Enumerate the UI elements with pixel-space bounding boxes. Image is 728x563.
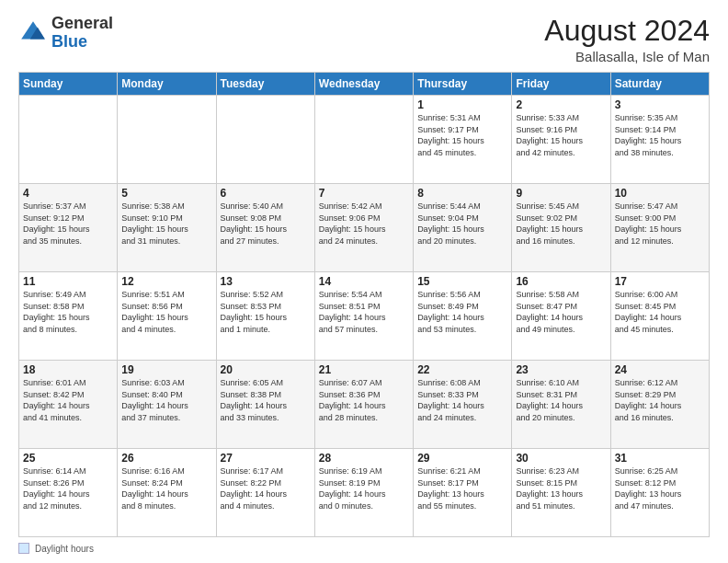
day-number: 11 (23, 275, 113, 288)
day-info: Sunrise: 6:05 AM Sunset: 8:38 PM Dayligh… (221, 377, 311, 423)
daylight-legend-label: Daylight hours (35, 544, 94, 554)
day-info: Sunrise: 6:08 AM Sunset: 8:33 PM Dayligh… (417, 377, 507, 423)
table-row: 3Sunrise: 5:35 AM Sunset: 9:14 PM Daylig… (610, 96, 709, 184)
daylight-legend-box (18, 543, 29, 554)
day-number: 19 (121, 363, 211, 376)
logo: General Blue (18, 15, 113, 52)
day-info: Sunrise: 5:56 AM Sunset: 8:49 PM Dayligh… (417, 289, 507, 335)
table-row: 6Sunrise: 5:40 AM Sunset: 9:08 PM Daylig… (216, 184, 314, 272)
location: Ballasalla, Isle of Man (544, 49, 710, 64)
day-number: 17 (615, 275, 705, 288)
table-row: 7Sunrise: 5:42 AM Sunset: 9:06 PM Daylig… (314, 184, 413, 272)
table-row: 14Sunrise: 5:54 AM Sunset: 8:51 PM Dayli… (314, 272, 413, 361)
table-row: 16Sunrise: 5:58 AM Sunset: 8:47 PM Dayli… (512, 272, 610, 361)
table-row: 20Sunrise: 6:05 AM Sunset: 8:38 PM Dayli… (216, 361, 314, 449)
page: General Blue August 2024 Ballasalla, Isl… (0, 0, 728, 563)
col-tuesday: Tuesday (216, 73, 314, 96)
day-number: 15 (417, 275, 507, 288)
table-row: 23Sunrise: 6:10 AM Sunset: 8:31 PM Dayli… (512, 361, 610, 449)
table-row: 29Sunrise: 6:21 AM Sunset: 8:17 PM Dayli… (414, 449, 512, 537)
day-number: 14 (319, 275, 409, 288)
table-row: 31Sunrise: 6:25 AM Sunset: 8:12 PM Dayli… (610, 449, 709, 537)
day-info: Sunrise: 5:52 AM Sunset: 8:53 PM Dayligh… (221, 289, 311, 335)
day-info: Sunrise: 5:31 AM Sunset: 9:17 PM Dayligh… (417, 112, 507, 158)
day-info: Sunrise: 5:35 AM Sunset: 9:14 PM Dayligh… (615, 112, 705, 158)
month-year: August 2024 (544, 15, 710, 47)
day-info: Sunrise: 6:14 AM Sunset: 8:26 PM Dayligh… (23, 465, 113, 511)
col-thursday: Thursday (414, 73, 512, 96)
table-row (314, 96, 413, 184)
table-row: 30Sunrise: 6:23 AM Sunset: 8:15 PM Dayli… (512, 449, 610, 537)
table-row: 26Sunrise: 6:16 AM Sunset: 8:24 PM Dayli… (118, 449, 216, 537)
day-info: Sunrise: 5:58 AM Sunset: 8:47 PM Dayligh… (516, 289, 606, 335)
table-row: 12Sunrise: 5:51 AM Sunset: 8:56 PM Dayli… (118, 272, 216, 361)
day-number: 10 (615, 187, 705, 200)
table-row: 10Sunrise: 5:47 AM Sunset: 9:00 PM Dayli… (610, 184, 709, 272)
col-sunday: Sunday (19, 73, 118, 96)
day-info: Sunrise: 6:23 AM Sunset: 8:15 PM Dayligh… (516, 465, 606, 511)
day-number: 5 (121, 187, 211, 200)
day-info: Sunrise: 5:47 AM Sunset: 9:00 PM Dayligh… (615, 201, 705, 247)
calendar-header-row: Sunday Monday Tuesday Wednesday Thursday… (19, 73, 710, 96)
day-info: Sunrise: 6:21 AM Sunset: 8:17 PM Dayligh… (417, 465, 507, 511)
table-row: 19Sunrise: 6:03 AM Sunset: 8:40 PM Dayli… (118, 361, 216, 449)
day-number: 23 (516, 363, 606, 376)
day-info: Sunrise: 5:40 AM Sunset: 9:08 PM Dayligh… (221, 201, 311, 247)
day-info: Sunrise: 5:49 AM Sunset: 8:58 PM Dayligh… (23, 289, 113, 335)
day-info: Sunrise: 6:00 AM Sunset: 8:45 PM Dayligh… (615, 289, 705, 335)
day-info: Sunrise: 6:19 AM Sunset: 8:19 PM Dayligh… (319, 465, 409, 511)
day-number: 16 (516, 275, 606, 288)
table-row: 17Sunrise: 6:00 AM Sunset: 8:45 PM Dayli… (610, 272, 709, 361)
table-row: 22Sunrise: 6:08 AM Sunset: 8:33 PM Dayli… (414, 361, 512, 449)
table-row: 24Sunrise: 6:12 AM Sunset: 8:29 PM Dayli… (610, 361, 709, 449)
day-info: Sunrise: 5:54 AM Sunset: 8:51 PM Dayligh… (319, 289, 409, 335)
table-row: 5Sunrise: 5:38 AM Sunset: 9:10 PM Daylig… (118, 184, 216, 272)
day-info: Sunrise: 6:03 AM Sunset: 8:40 PM Dayligh… (121, 377, 211, 423)
day-number: 21 (319, 363, 409, 376)
day-info: Sunrise: 5:44 AM Sunset: 9:04 PM Dayligh… (417, 201, 507, 247)
calendar-week-4: 18Sunrise: 6:01 AM Sunset: 8:42 PM Dayli… (19, 361, 710, 449)
col-saturday: Saturday (610, 73, 709, 96)
table-row: 27Sunrise: 6:17 AM Sunset: 8:22 PM Dayli… (216, 449, 314, 537)
day-info: Sunrise: 6:07 AM Sunset: 8:36 PM Dayligh… (319, 377, 409, 423)
day-info: Sunrise: 6:25 AM Sunset: 8:12 PM Dayligh… (615, 465, 705, 511)
day-number: 9 (516, 187, 606, 200)
day-number: 24 (615, 363, 705, 376)
logo-general: General (51, 14, 113, 32)
day-number: 12 (121, 275, 211, 288)
calendar-week-1: 1Sunrise: 5:31 AM Sunset: 9:17 PM Daylig… (19, 96, 710, 184)
day-number: 4 (23, 187, 113, 200)
day-number: 30 (516, 452, 606, 465)
calendar-table: Sunday Monday Tuesday Wednesday Thursday… (18, 72, 710, 537)
table-row: 15Sunrise: 5:56 AM Sunset: 8:49 PM Dayli… (414, 272, 512, 361)
day-number: 1 (417, 98, 507, 111)
table-row: 25Sunrise: 6:14 AM Sunset: 8:26 PM Dayli… (19, 449, 118, 537)
logo-text: General Blue (51, 15, 113, 52)
day-number: 25 (23, 452, 113, 465)
table-row: 28Sunrise: 6:19 AM Sunset: 8:19 PM Dayli… (314, 449, 413, 537)
header: General Blue August 2024 Ballasalla, Isl… (18, 15, 710, 64)
day-number: 8 (417, 187, 507, 200)
day-info: Sunrise: 5:33 AM Sunset: 9:16 PM Dayligh… (516, 112, 606, 158)
table-row (216, 96, 314, 184)
day-info: Sunrise: 6:01 AM Sunset: 8:42 PM Dayligh… (23, 377, 113, 423)
day-info: Sunrise: 6:10 AM Sunset: 8:31 PM Dayligh… (516, 377, 606, 423)
day-info: Sunrise: 5:51 AM Sunset: 8:56 PM Dayligh… (121, 289, 211, 335)
day-info: Sunrise: 5:42 AM Sunset: 9:06 PM Dayligh… (319, 201, 409, 247)
day-info: Sunrise: 5:37 AM Sunset: 9:12 PM Dayligh… (23, 201, 113, 247)
footer: Daylight hours (18, 543, 710, 554)
table-row: 9Sunrise: 5:45 AM Sunset: 9:02 PM Daylig… (512, 184, 610, 272)
calendar-week-5: 25Sunrise: 6:14 AM Sunset: 8:26 PM Dayli… (19, 449, 710, 537)
table-row (19, 96, 118, 184)
table-row: 8Sunrise: 5:44 AM Sunset: 9:04 PM Daylig… (414, 184, 512, 272)
table-row: 18Sunrise: 6:01 AM Sunset: 8:42 PM Dayli… (19, 361, 118, 449)
day-number: 13 (221, 275, 311, 288)
day-info: Sunrise: 5:38 AM Sunset: 9:10 PM Dayligh… (121, 201, 211, 247)
day-number: 2 (516, 98, 606, 111)
day-number: 27 (221, 452, 311, 465)
table-row: 13Sunrise: 5:52 AM Sunset: 8:53 PM Dayli… (216, 272, 314, 361)
table-row: 21Sunrise: 6:07 AM Sunset: 8:36 PM Dayli… (314, 361, 413, 449)
day-info: Sunrise: 6:12 AM Sunset: 8:29 PM Dayligh… (615, 377, 705, 423)
day-number: 18 (23, 363, 113, 376)
day-number: 20 (221, 363, 311, 376)
